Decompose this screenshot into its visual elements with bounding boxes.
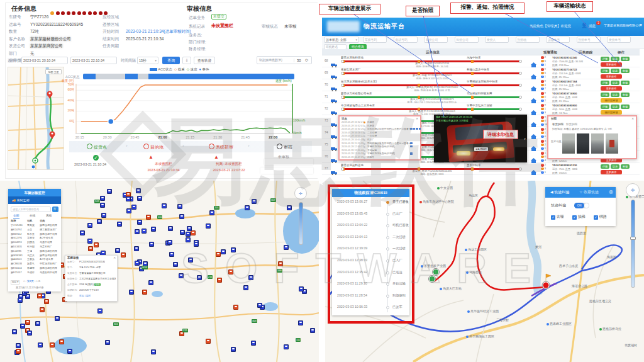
truck-marker[interactable] <box>197 275 202 280</box>
table-row[interactable]: 70镇北堡水泥粉磨站(总库出发)宁夏建材东部熟料中转库承运人: 张建设(司机车)… <box>322 79 640 91</box>
truck-marker[interactable] <box>217 278 222 283</box>
track-option-0[interactable]: ✓ 去噪 <box>551 215 564 220</box>
table-row[interactable]: 69建材集团水泥厂石嘴山惠农中转库承运人: 白银 PC2018071163450… <box>322 67 640 79</box>
fleet-map[interactable]: 109110201307G6G18211338301215303112 车辆运输… <box>0 181 319 362</box>
filter-input[interactable]: 发货单号 <box>607 37 631 43</box>
truck-marker[interactable] <box>50 342 55 348</box>
action-button-0[interactable]: 详情 <box>601 105 609 109</box>
log-label[interactable]: 已发货 <box>367 125 374 127</box>
truck-marker[interactable] <box>284 245 289 250</box>
action-button-2[interactable]: 审核 <box>621 57 630 61</box>
truck-marker[interactable] <box>231 247 236 252</box>
truck-marker[interactable] <box>87 223 92 228</box>
filter-input[interactable]: 发货人 <box>485 37 509 43</box>
photo-thumb[interactable] <box>577 133 589 154</box>
action-button-1[interactable]: 轨迹 <box>611 105 619 109</box>
truck-marker[interactable] <box>248 275 253 280</box>
log-label[interactable]: 二次过磅 <box>367 132 377 134</box>
favorite-track-tab[interactable]: ☆ 收藏轨迹 <box>579 190 599 195</box>
track-precision-value[interactable]: 30 <box>294 59 301 63</box>
export-icon[interactable]: ⇩ <box>182 57 191 64</box>
truck-marker[interactable] <box>115 248 120 253</box>
action-button-1[interactable]: 轨迹 <box>611 69 619 73</box>
monitor-cell[interactable]: 宁C12U80 <box>11 224 23 227</box>
alert-chip[interactable]: ! 0 <box>541 135 546 139</box>
step-item[interactable]: 目的地 <box>143 144 164 150</box>
action-button-2[interactable]: 审核 <box>621 81 630 85</box>
truck-marker[interactable] <box>257 303 262 308</box>
home-icon[interactable] <box>531 166 536 178</box>
truck-marker[interactable] <box>134 246 139 251</box>
truck-marker[interactable] <box>16 349 21 354</box>
truck-marker[interactable] <box>231 347 236 352</box>
table-row[interactable]: 72中卫建材海西山土水泥仓库宁夏中卫弘兴工业园承运人: 杨星平 PC201819… <box>322 103 640 115</box>
truck-marker[interactable] <box>27 331 32 336</box>
log-label[interactable]: 开始运输 <box>367 149 377 152</box>
truck-marker[interactable] <box>298 320 303 325</box>
action-button-0[interactable]: 详情 <box>601 93 609 97</box>
view-track-button[interactable]: 查看轨迹 <box>194 57 215 64</box>
chart-legend[interactable]: ACC状态 ◇ 载重 ◇ 速度 ● 事件 <box>150 67 209 71</box>
truck-marker[interactable] <box>25 320 30 325</box>
event-badge[interactable] <box>99 11 103 15</box>
camera-icon[interactable] <box>416 128 418 130</box>
interval-select[interactable]: 15秒▾ <box>137 57 158 64</box>
action-button-2[interactable]: 审核 <box>621 105 630 109</box>
action-button-2[interactable]: 审核 <box>621 93 630 97</box>
truck-marker[interactable] <box>137 220 142 225</box>
photo-thumb[interactable] <box>591 133 604 154</box>
action-button-1[interactable]: 轨迹 <box>611 164 619 169</box>
truck-marker[interactable] <box>107 189 112 194</box>
alert-chip[interactable]: ! 1 <box>541 64 546 67</box>
truck-marker[interactable] <box>206 339 211 344</box>
log-label[interactable]: 司机已确认装货并拍照(点击图片可查看大图) <box>367 142 411 145</box>
pending-photo-button[interactable]: 待拍照审核 <box>601 110 622 115</box>
alert-chip[interactable]: ! 1 <box>541 76 546 79</box>
track-option-2[interactable]: ✓ 绑路 <box>594 215 607 220</box>
refresh-icon[interactable]: ⟳ <box>305 58 308 62</box>
log-label[interactable]: 已签收 <box>367 121 374 123</box>
alert-chip[interactable]: ! 1 <box>541 171 546 174</box>
truck-marker[interactable] <box>179 273 184 278</box>
truck-marker[interactable] <box>126 196 131 201</box>
monitor-cell[interactable]: 蒙L04985 <box>11 250 21 253</box>
start-time-input[interactable]: 2023-03-21 20:10:34 <box>21 57 68 64</box>
query-button[interactable]: 查询 <box>162 57 180 64</box>
filter-input[interactable]: 运输单号 <box>546 37 570 43</box>
filter-input[interactable]: 卸货公司 <box>455 37 479 43</box>
truck-marker[interactable] <box>121 252 126 257</box>
truck-marker[interactable] <box>194 242 199 247</box>
truck-marker[interactable] <box>299 286 304 291</box>
truck-marker[interactable] <box>16 343 21 348</box>
action-button-2[interactable]: 审核 <box>621 164 630 169</box>
more-actions-button[interactable]: 更多操作 <box>601 86 622 91</box>
alert-chip[interactable]: ! 1 <box>541 147 546 150</box>
log-label[interactable]: 车辆已到达卸货地(已拍照) <box>367 145 395 148</box>
order-status-select[interactable]: 运单状态: 全部▾ <box>324 37 359 43</box>
end-time-input[interactable]: 2023-03-21 22:10:34 <box>70 57 117 64</box>
tooltip-value[interactable]: 蓝色 | 实时 <box>79 295 91 297</box>
truck-marker[interactable] <box>221 249 226 254</box>
truck-marker[interactable] <box>186 232 191 237</box>
truck-marker[interactable] <box>146 215 151 220</box>
truck-marker[interactable] <box>105 340 110 345</box>
event-badge[interactable] <box>67 11 70 15</box>
event-badge[interactable] <box>93 11 97 15</box>
truck-marker[interactable] <box>12 329 17 334</box>
truck-marker[interactable] <box>287 205 292 210</box>
truck-marker[interactable] <box>209 210 214 215</box>
truck-marker[interactable] <box>94 242 99 247</box>
truck-marker[interactable] <box>179 214 184 219</box>
correction-toggle[interactable]: ON <box>574 203 589 208</box>
action-button-1[interactable]: 轨迹 <box>611 93 619 97</box>
loading-photo-tab[interactable]: 装货拍照 <box>552 123 564 126</box>
step-item[interactable]: 审核 <box>277 144 292 150</box>
truck-marker[interactable] <box>135 229 140 234</box>
table-row[interactable]: 68蒙西水泥熟料基地乌海中转库承运人: 马成祥 15209571234规格: 散… <box>322 55 640 67</box>
truck-marker[interactable] <box>131 205 136 210</box>
truck-marker[interactable] <box>137 196 142 201</box>
compass-control[interactable]: ✛ <box>626 183 640 197</box>
truck-marker[interactable] <box>126 208 131 213</box>
monitor-cell[interactable]: 蒙K10792 <box>11 229 22 232</box>
track-option-1[interactable]: ✓ 抽稀 <box>572 215 586 220</box>
